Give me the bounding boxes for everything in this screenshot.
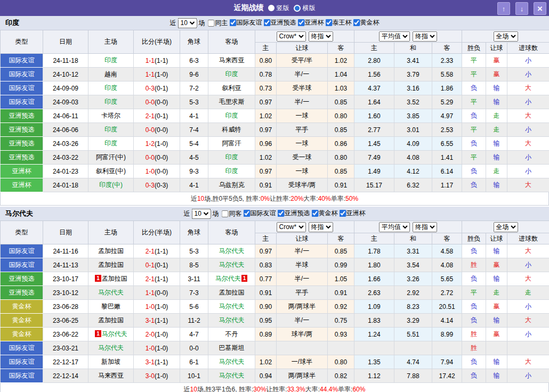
result-cell: 负 (462, 178, 486, 192)
halftime-score: (1-1) (155, 317, 168, 324)
corner-score: 7-2 (180, 81, 208, 95)
corner-score: 5-6 (180, 300, 208, 314)
away-team: 印度 (208, 151, 255, 165)
match-row: 国际友谊23-03-21马尔代夫1-0(1-0)0-0巴基斯坦胜 (1, 341, 549, 355)
odds-cell: 半/一 (277, 95, 328, 109)
odds-cell (394, 341, 432, 355)
cup-checkbox[interactable] (340, 210, 346, 217)
summary-segment: 场,胜3平1负6, 胜率: (197, 385, 253, 392)
away-team-name: 印度 (225, 70, 238, 78)
match-date: 24-06-06 (43, 123, 88, 137)
radio-horizontal[interactable]: 横版 (294, 4, 316, 13)
odds-source-select[interactable]: 终指 (309, 222, 333, 232)
halftime-score: (1-0) (155, 140, 168, 148)
away-team-name: 马来西亚 (219, 56, 245, 64)
fulltime-score: 2-1 (146, 248, 155, 255)
match-count-select[interactable]: 10 (178, 18, 197, 28)
odds-cell: 0.97 (255, 165, 277, 178)
cup-checkbox[interactable] (312, 210, 319, 217)
home-team-name: 孟加拉国 (102, 275, 127, 282)
odds-source-select[interactable]: 终指 (413, 222, 437, 232)
away-team-name: 马尔代夫 (219, 261, 245, 268)
summary-segment: 大率: (305, 385, 320, 392)
cup-checkbox[interactable] (264, 19, 271, 26)
cup-checkbox[interactable] (326, 19, 333, 26)
odds-cell: 5.58 (432, 68, 462, 81)
summary-segment: 44.4% (320, 386, 338, 392)
corner-score: 10-1 (180, 369, 208, 383)
odds-source-select[interactable]: 平均值 (379, 31, 410, 42)
home-team-name: 卡塔尔 (101, 112, 120, 119)
odds-source-select[interactable]: Crow* (277, 31, 306, 42)
odds-cell: 0.80 (328, 355, 354, 369)
odds-cell (354, 341, 394, 355)
away-team: 印度 (208, 68, 255, 81)
cup-checkbox[interactable] (230, 19, 237, 26)
sub-column-header: 进球数 (507, 233, 549, 244)
cup-checkbox[interactable] (244, 210, 251, 217)
away-team: 马来西亚 (208, 54, 255, 68)
sub-column-header: 客 (432, 43, 462, 54)
move-down-button[interactable]: ↓ (515, 2, 528, 15)
match-row: 国际友谊24-11-13孟加拉国0-1(0-1)8-5马尔代夫0.83半球0.9… (1, 258, 549, 272)
summary-segment: 0% (261, 195, 270, 202)
odds-cell: 0.80 (328, 151, 354, 165)
odds-cell: 1.12 (354, 369, 394, 383)
away-team-name: 不丹 (225, 330, 238, 338)
result-cell: 平 (462, 54, 486, 68)
result-cell: 赢 (486, 258, 507, 272)
cup-label: 国际友谊 (237, 18, 262, 27)
away-team: 孟加拉国 (208, 286, 255, 300)
radio-vertical-label: 竖版 (277, 4, 289, 13)
title-bar-center: 近期战绩 竖版 横版 (0, 3, 549, 13)
odds-source-select[interactable]: Crow* (277, 222, 306, 232)
odds-cell: 4.74 (394, 355, 432, 369)
fulltime-score: 1-0 (146, 303, 155, 311)
result-cell: 大 (507, 355, 549, 369)
radio-vertical[interactable]: 竖版 (268, 4, 289, 13)
match-count-select[interactable]: 10 (192, 209, 211, 219)
odds-source-select[interactable]: 终指 (309, 31, 333, 42)
cup-checkbox[interactable] (278, 210, 285, 217)
same-venue-checkbox[interactable] (222, 210, 229, 217)
away-team: 毛里求斯 (208, 95, 255, 109)
close-button[interactable]: ✕ (534, 2, 546, 15)
away-team: 马尔代夫 (208, 355, 255, 369)
odds-source-select[interactable]: 平均值 (379, 222, 410, 232)
odds-cell: 0.95 (255, 314, 277, 328)
type-badge: 国际友谊 (1, 355, 43, 369)
odds-cell: 4.08 (394, 151, 432, 165)
home-team-name: 孟加拉国 (98, 247, 124, 255)
odds-group-header: 全场 (462, 30, 549, 43)
halftime-score: (1-1) (155, 275, 168, 283)
match-date: 24-11-18 (43, 54, 88, 68)
halftime-score: (0-1) (155, 85, 168, 92)
odds-cell: 7.49 (354, 151, 394, 165)
summary-segment: 10 (190, 386, 197, 392)
match-date: 24-10-12 (43, 68, 88, 81)
sub-column-header: 胜负 (462, 43, 486, 54)
result-cell: 大 (507, 137, 549, 151)
odds-cell: 半/一 (277, 244, 328, 258)
halftime-score: (0-1) (155, 262, 168, 269)
odds-cell: 2.80 (354, 54, 394, 68)
fulltime-score: 0-0 (146, 126, 155, 134)
score: 1-0(1-0) (134, 300, 180, 314)
radio-unselected-icon (294, 5, 301, 12)
cup-filter: 黄金杯 (310, 209, 338, 218)
move-up-button[interactable]: ↑ (497, 2, 510, 15)
odds-cell: 1.09 (354, 300, 394, 314)
score: 1-0(0-0) (134, 165, 180, 178)
same-venue-checkbox[interactable] (208, 20, 215, 27)
summary-segment: 单率: (338, 385, 352, 392)
odds-source-select[interactable]: 全场 (494, 31, 518, 42)
cup-checkbox[interactable] (298, 19, 305, 26)
home-team: 印度 (88, 123, 134, 137)
score: 2-1(0-1) (134, 109, 180, 123)
cup-checkbox[interactable] (353, 19, 360, 26)
odds-source-select[interactable]: 全场 (494, 222, 518, 232)
match-row: 亚洲杯24-01-18印度(中)0-3(0-3)4-1乌兹别克0.91受球半/两… (1, 178, 549, 192)
odds-source-select[interactable]: 终指 (413, 31, 437, 42)
type-badge: 国际友谊 (1, 68, 43, 81)
match-date: 23-10-12 (43, 286, 88, 300)
